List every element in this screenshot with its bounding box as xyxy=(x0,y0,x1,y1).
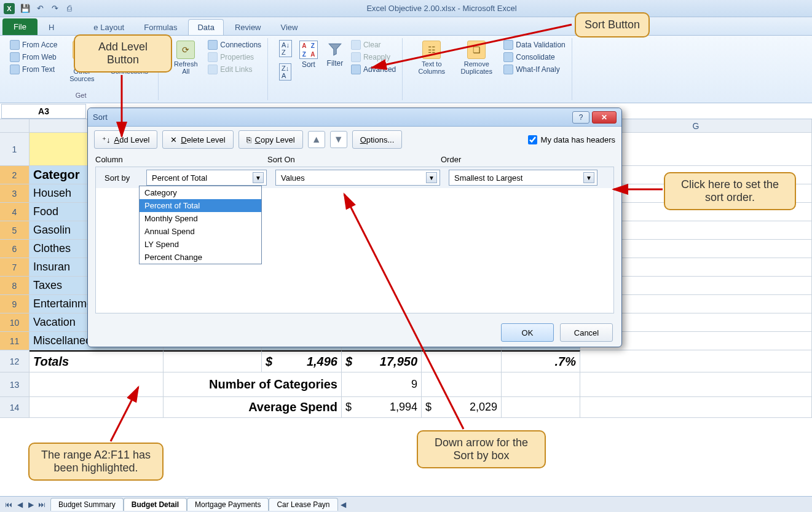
cell-D12[interactable]: $17,950 xyxy=(342,350,422,372)
dialog-title-bar[interactable]: Sort ? ✕ xyxy=(88,108,621,127)
remove-duplicates-button[interactable]: ❏Remove Duplicates xyxy=(454,39,499,76)
sort-icon: AZZA xyxy=(299,41,318,59)
cancel-button[interactable]: Cancel xyxy=(560,323,613,342)
advanced-button[interactable]: Advanced xyxy=(350,64,397,75)
sortby-dropdown[interactable]: Category Percent of Total Monthly Spend … xyxy=(139,186,262,264)
headers-checkbox[interactable]: My data has headers xyxy=(528,135,615,144)
tab-layout[interactable]: e Layout xyxy=(85,20,133,35)
sheet-budget-summary[interactable]: Budget Summary xyxy=(50,498,124,511)
text-to-columns-button[interactable]: ☷Text to Columns xyxy=(412,39,451,76)
tab-review[interactable]: Review xyxy=(226,20,270,35)
whatif-button[interactable]: What-If Analy xyxy=(502,64,567,75)
undo-icon[interactable]: ↶ xyxy=(34,3,45,14)
row-8-head[interactable]: 8 xyxy=(0,277,30,295)
copy-level-button[interactable]: ⎘Copy Level xyxy=(238,130,303,149)
from-web-button[interactable]: From Web xyxy=(9,52,58,63)
row-14-head[interactable]: 14 xyxy=(0,397,30,418)
close-icon[interactable]: ✕ xyxy=(592,111,617,124)
chevron-down-icon-2[interactable]: ▼ xyxy=(426,172,437,183)
row-5-head[interactable]: 5 xyxy=(0,221,30,240)
prev-tab-icon[interactable]: ◀ xyxy=(15,500,25,510)
cell-E12[interactable] xyxy=(422,350,502,372)
tab-data[interactable]: Data xyxy=(188,19,223,35)
tab-file[interactable]: File xyxy=(2,18,37,35)
c-f14[interactable] xyxy=(502,397,580,418)
sort-za-button[interactable]: Z↓A xyxy=(278,63,293,81)
from-text-button[interactable]: From Text xyxy=(9,64,58,75)
corner-cell[interactable] xyxy=(0,119,30,133)
c-f13[interactable] xyxy=(502,372,580,397)
sheet-budget-detail[interactable]: Budget Detail xyxy=(124,498,187,511)
row-12-head[interactable]: 12 xyxy=(0,350,30,372)
help-icon[interactable]: ? xyxy=(572,111,589,124)
dd-annual[interactable]: Annual Spend xyxy=(140,225,261,238)
save-icon[interactable]: 💾 xyxy=(20,3,31,14)
cell-F12[interactable]: .7% xyxy=(502,350,580,372)
sortby-combo[interactable]: Percent of Total▼ xyxy=(146,170,267,186)
c-a13[interactable] xyxy=(30,372,164,397)
dd-category[interactable]: Category xyxy=(140,186,261,199)
move-down-button[interactable]: ▼ xyxy=(330,131,347,148)
row-2-head[interactable]: 2 xyxy=(0,166,30,184)
dd-pct-change[interactable]: Percent Change xyxy=(140,251,261,264)
tab-home[interactable]: H xyxy=(40,20,63,35)
cell-A12[interactable]: Totals xyxy=(30,350,164,372)
from-access-button[interactable]: From Acce xyxy=(9,39,58,50)
ok-button[interactable]: OK xyxy=(501,323,554,342)
c-g12[interactable] xyxy=(580,350,812,372)
cell-B12[interactable] xyxy=(164,350,262,372)
row-10-head[interactable]: 10 xyxy=(0,313,30,332)
sort-button[interactable]: AZZA Sort xyxy=(297,39,320,70)
c-e13[interactable] xyxy=(422,372,502,397)
tab-view[interactable]: View xyxy=(272,20,307,35)
connections-button[interactable]: Connections xyxy=(207,39,262,50)
next-tab-icon[interactable]: ▶ xyxy=(26,500,36,510)
group-data-tools: ☷Text to Columns ❏Remove Duplicates Data… xyxy=(408,38,572,100)
cell-C12[interactable]: $1,496 xyxy=(262,350,342,372)
order-combo[interactable]: Smallest to Largest▼ xyxy=(449,170,597,186)
row-1-head[interactable]: 1 xyxy=(0,133,30,166)
sort-az-button[interactable]: A↓Z xyxy=(278,39,293,58)
chevron-down-icon[interactable]: ▼ xyxy=(253,172,264,183)
refresh-button[interactable]: ⟳Refresh All xyxy=(168,39,203,76)
move-up-button[interactable]: ▲ xyxy=(308,131,325,148)
delete-level-button[interactable]: ✕Delete Level xyxy=(162,130,233,149)
add-level-button[interactable]: ⁺↓Add Level xyxy=(94,130,157,149)
data-validation-button[interactable]: Data Validation xyxy=(502,39,567,50)
row-6-head[interactable]: 6 xyxy=(0,240,30,258)
c-g13[interactable] xyxy=(580,372,812,397)
last-tab-icon[interactable]: ⏭ xyxy=(37,500,47,510)
row-11-head[interactable]: 11 xyxy=(0,332,30,350)
options-button[interactable]: Options... xyxy=(352,130,403,149)
row-9-head[interactable]: 9 xyxy=(0,295,30,313)
sheet-car-lease[interactable]: Car Lease Payn xyxy=(269,498,337,511)
cell-D14[interactable]: $1,994 xyxy=(342,397,422,418)
redo-icon[interactable]: ↷ xyxy=(49,3,60,14)
dd-percent-total[interactable]: Percent of Total xyxy=(140,199,261,212)
c-g14[interactable] xyxy=(580,397,812,418)
chevron-down-icon-3[interactable]: ▼ xyxy=(583,172,594,183)
dd-ly[interactable]: LY Spend xyxy=(140,238,261,251)
consolidate-button[interactable]: Consolidate xyxy=(502,52,567,63)
cell-D13[interactable]: 9 xyxy=(342,372,422,397)
row-7-head[interactable]: 7 xyxy=(0,258,30,277)
tab-scroll-icon[interactable]: ◀ xyxy=(341,500,346,509)
filter-button[interactable]: Filter xyxy=(324,39,346,69)
tab-formulas[interactable]: Formulas xyxy=(135,20,186,35)
avg-spend-label[interactable]: Average Spend xyxy=(164,397,342,418)
row-13-head[interactable]: 13 xyxy=(0,372,30,397)
c-a14[interactable] xyxy=(30,397,164,418)
dd-monthly[interactable]: Monthly Spend xyxy=(140,212,261,225)
row-4-head[interactable]: 4 xyxy=(0,203,30,221)
num-cat-label[interactable]: Number of Categories xyxy=(164,372,342,397)
cell-E14[interactable]: $2,029 xyxy=(422,397,502,418)
sorton-combo[interactable]: Values▼ xyxy=(275,170,440,186)
name-box[interactable]: A3 xyxy=(1,104,86,119)
print-icon[interactable]: ⎙ xyxy=(64,3,75,14)
textcol-icon: ☷ xyxy=(422,41,441,59)
headers-check-input[interactable] xyxy=(528,135,537,144)
first-tab-icon[interactable]: ⏮ xyxy=(4,500,14,510)
callout-sort-order: Click here to set the sort order. xyxy=(664,172,796,210)
sheet-mortgage[interactable]: Mortgage Payments xyxy=(187,498,269,511)
row-3-head[interactable]: 3 xyxy=(0,184,30,203)
